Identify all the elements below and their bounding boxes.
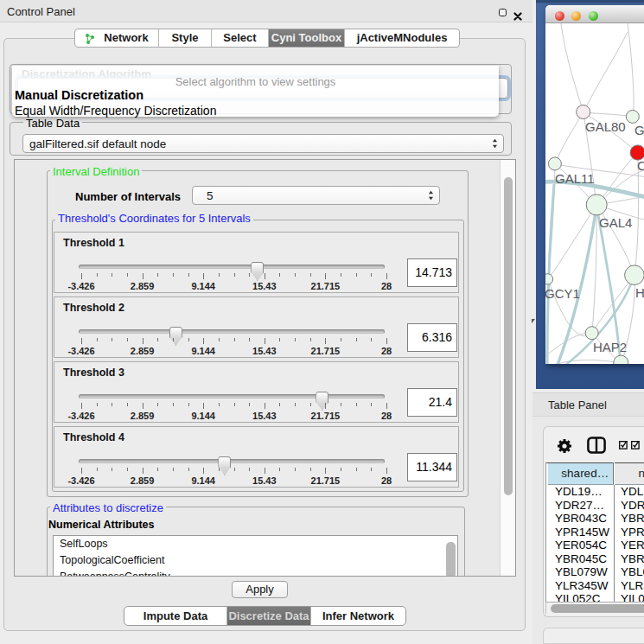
svg-text:C: C — [637, 158, 644, 173]
svg-text:H: H — [635, 285, 644, 300]
svg-text:GAL11: GAL11 — [555, 171, 595, 186]
svg-text:GAL4: GAL4 — [599, 215, 632, 230]
svg-text:G: G — [634, 123, 644, 137]
svg-text:GCY1: GCY1 — [545, 286, 580, 301]
svg-text:HAP2: HAP2 — [593, 340, 627, 354]
svg-text:GAL80: GAL80 — [585, 119, 626, 134]
